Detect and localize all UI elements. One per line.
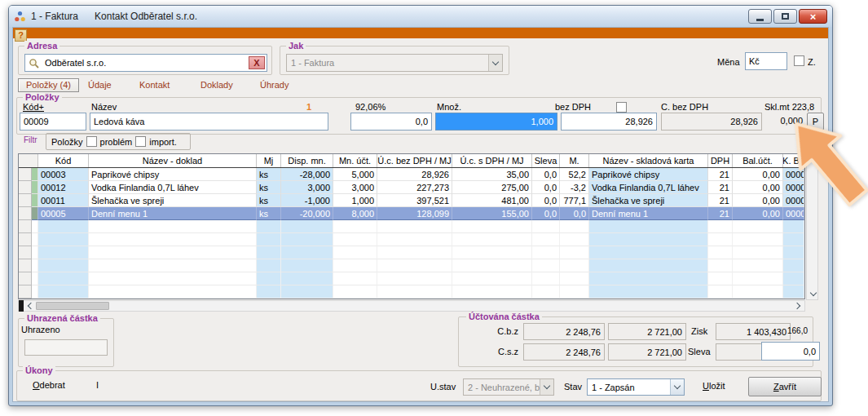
table-cell[interactable]: 777,1	[560, 194, 589, 207]
table-cell[interactable]: 0000	[783, 194, 804, 207]
table-cell[interactable]: 0000	[783, 168, 804, 181]
help-button[interactable]: ?	[15, 29, 27, 42]
tab-5[interactable]: Úhrady	[260, 80, 289, 90]
table-cell[interactable]: Šlehačka ve spreji	[589, 194, 708, 207]
column-header[interactable]: DPH	[708, 154, 733, 167]
horizontal-scrollbar[interactable]	[18, 300, 805, 312]
qty-input[interactable]: 1,000	[435, 113, 557, 131]
currency-input[interactable]: Kč	[745, 52, 787, 70]
column-header[interactable]: Bal.účt.	[733, 154, 783, 167]
table-cell[interactable]: Vodka Finlandia 0,7L láhev	[89, 181, 257, 194]
column-header[interactable]: Kód	[38, 154, 89, 167]
pay-state-dropdown-button[interactable]	[540, 379, 553, 395]
table-cell[interactable]: 00011	[38, 194, 89, 207]
import-checkbox[interactable]	[135, 136, 146, 147]
table-cell[interactable]: 52,2	[560, 168, 589, 181]
table-cell[interactable]: 5,000	[333, 168, 377, 181]
table-row[interactable]: 00003Paprikové chipsyks-28,0005,00028,92…	[19, 168, 804, 181]
vertical-scrollbar[interactable]	[806, 153, 818, 300]
scroll-right-button[interactable]	[792, 301, 804, 311]
table-cell[interactable]: 1,000	[333, 194, 377, 207]
tab-1[interactable]: Položky (4)	[18, 78, 79, 92]
column-header[interactable]: Ú.c. bez DPH / MJ	[377, 154, 452, 167]
scroll-left-button[interactable]	[24, 301, 36, 311]
column-header[interactable]: Disp. mn.	[281, 154, 333, 167]
doc-type-select[interactable]: 1 - Faktura	[286, 54, 503, 72]
table-cell[interactable]: -20,000	[281, 207, 333, 220]
table-cell[interactable]: 3,000	[281, 181, 333, 194]
column-header[interactable]: Mj	[257, 154, 281, 167]
table-cell[interactable]: 275,00	[452, 181, 532, 194]
pay-state-select[interactable]: 2 - Neuhrazené, be:	[463, 378, 554, 396]
titlebar[interactable]: 1 - Faktura Kontakt Odběratel s.r.o. ×	[9, 6, 832, 27]
price-checkbox[interactable]	[616, 102, 627, 113]
p-button[interactable]: P	[807, 113, 824, 131]
table-cell[interactable]: 0000	[783, 207, 804, 220]
tab-2[interactable]: Údaje	[88, 80, 112, 90]
table-cell[interactable]: 00012	[38, 181, 89, 194]
table-cell[interactable]: 0000	[783, 181, 804, 194]
table-cell[interactable]: -28,000	[281, 168, 333, 181]
doc-type-dropdown-button[interactable]	[488, 55, 502, 71]
column-header[interactable]: M.	[560, 154, 589, 167]
table-cell[interactable]: 21	[708, 168, 733, 181]
address-input[interactable]: Odběratel s.r.o. X	[24, 54, 267, 72]
table-cell[interactable]: 0,0	[532, 207, 560, 220]
maximize-button[interactable]	[773, 9, 797, 24]
table-cell[interactable]: 0,00	[733, 194, 783, 207]
table-cell[interactable]: 00003	[38, 168, 89, 181]
table-cell[interactable]: Denní menu 1	[589, 207, 708, 220]
scroll-down-button[interactable]	[807, 289, 819, 299]
table-cell[interactable]: 0,00	[733, 181, 783, 194]
table-cell[interactable]: 0,00	[733, 207, 783, 220]
table-cell[interactable]: 0,0	[560, 207, 589, 220]
z-checkbox[interactable]	[794, 55, 804, 66]
save-button[interactable]: Uložit	[703, 381, 725, 391]
splitter-handle[interactable]	[19, 300, 24, 312]
close-button[interactable]: ×	[799, 9, 827, 24]
table-cell[interactable]: 00005	[38, 207, 89, 220]
table-cell[interactable]: 35,00	[452, 168, 532, 181]
clear-address-button[interactable]: X	[249, 56, 265, 69]
scroll-up-button[interactable]	[807, 155, 819, 165]
discount-pct-input[interactable]: 0,0	[761, 342, 820, 361]
minimize-button[interactable]	[748, 9, 772, 24]
column-header[interactable]: Ú.c. s DPH / MJ	[452, 154, 532, 167]
table-cell[interactable]: ks	[257, 181, 281, 194]
table-cell[interactable]: ks	[257, 207, 281, 220]
column-header[interactable]: Název - doklad	[89, 154, 257, 167]
amount-small-input[interactable]: 0,0	[350, 113, 432, 131]
table-cell[interactable]: Vodka Finlandia 0,7L láhev	[589, 181, 708, 194]
table-cell[interactable]: 0,0	[532, 194, 560, 207]
table-cell[interactable]: 481,00	[452, 194, 532, 207]
table-row[interactable]: 00011Šlehačka ve sprejiks-1,0001,000397,…	[19, 194, 804, 207]
table-cell[interactable]: -1,000	[281, 194, 333, 207]
table-cell[interactable]: 3,000	[333, 181, 377, 194]
paid-input[interactable]	[24, 339, 108, 356]
table-row[interactable]: 00012Vodka Finlandia 0,7L láhevks3,0003,…	[19, 181, 804, 194]
close-form-button[interactable]: Zavřít	[748, 377, 822, 396]
table-cell[interactable]: 227,273	[377, 181, 452, 194]
table-cell[interactable]: 397,521	[377, 194, 452, 207]
table-cell[interactable]: Šlehačka ve spreji	[89, 194, 257, 207]
column-header[interactable]: Sleva	[532, 154, 560, 167]
name-input[interactable]: Ledová káva	[90, 113, 328, 131]
tab-4[interactable]: Doklady	[200, 80, 233, 90]
table-cell[interactable]: 0,00	[733, 168, 783, 181]
table-cell[interactable]: Paprikové chipsy	[589, 168, 708, 181]
table-cell[interactable]: 21	[708, 181, 733, 194]
state-dropdown-button[interactable]	[670, 379, 684, 395]
code-input[interactable]: 00009	[20, 113, 86, 131]
table-cell[interactable]: 28,926	[377, 168, 452, 181]
table-cell[interactable]: 21	[708, 194, 733, 207]
table-cell[interactable]: ks	[257, 168, 281, 181]
table-cell[interactable]: 155,00	[452, 207, 532, 220]
table-cell[interactable]: Denní menu 1	[89, 207, 257, 220]
remove-button[interactable]: Odebrat	[33, 380, 65, 390]
tab-3[interactable]: Kontakt	[139, 80, 170, 90]
column-header[interactable]: Název - skladová karta	[589, 154, 708, 167]
table-cell[interactable]: ks	[257, 194, 281, 207]
table-cell[interactable]: 128,099	[377, 207, 452, 220]
table-cell[interactable]: Paprikové chipsy	[89, 168, 257, 181]
column-header[interactable]: K. Ba	[783, 154, 804, 167]
